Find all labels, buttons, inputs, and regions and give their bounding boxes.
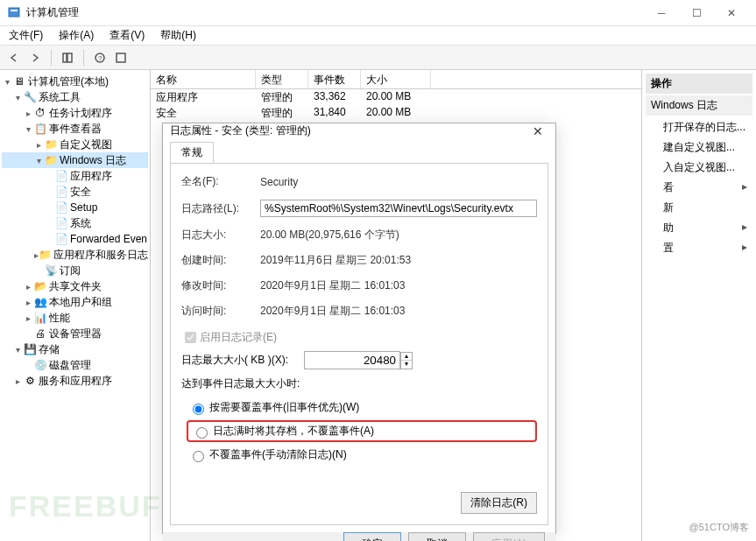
svg-rect-3 xyxy=(67,53,72,62)
label-r3: 不覆盖事件(手动清除日志)(N) xyxy=(209,447,347,462)
folder-icon: 📁 xyxy=(44,153,58,167)
minimize-button[interactable]: ─ xyxy=(644,1,679,25)
actions-panel: 操作 Windows 日志 打开保存的日志... 建自定义视图... 入自定义视… xyxy=(642,70,756,541)
tree-perf[interactable]: 性能 xyxy=(49,311,70,326)
tree-eventviewer[interactable]: 事件查看器 xyxy=(49,122,102,137)
action-create-view[interactable]: 建自定义视图... xyxy=(646,137,752,158)
dialog-close-button[interactable]: ✕ xyxy=(527,124,548,138)
col-name[interactable]: 名称 xyxy=(151,70,256,88)
tree-tasksched[interactable]: 任务计划程序 xyxy=(49,106,112,121)
cancel-button[interactable]: 取消 xyxy=(408,532,466,541)
tree-diskmgr[interactable]: 磁盘管理 xyxy=(49,358,91,373)
tree-forwarded[interactable]: Forwarded Even xyxy=(70,233,147,245)
tree-servapp[interactable]: 服务和应用程序 xyxy=(39,374,112,389)
storage-icon: 💾 xyxy=(23,342,37,356)
menu-help[interactable]: 帮助(H) xyxy=(155,26,201,45)
action-import-view[interactable]: 入自定义视图... xyxy=(646,158,752,178)
input-maxsize[interactable] xyxy=(304,351,400,369)
forward-button[interactable] xyxy=(26,49,44,67)
label-enable: 启用日志记录(E) xyxy=(200,330,277,345)
close-button[interactable]: ✕ xyxy=(714,1,749,25)
tree-winlogs[interactable]: Windows 日志 xyxy=(60,153,126,168)
perf-icon: 📊 xyxy=(33,311,47,325)
log-icon: 📄 xyxy=(54,185,68,199)
help-button[interactable]: ? xyxy=(91,49,109,67)
input-logpath[interactable] xyxy=(260,200,537,217)
ok-button[interactable]: 确定 xyxy=(343,532,401,541)
services-icon: ⚙ xyxy=(23,374,37,388)
label-accessed: 访问时间: xyxy=(181,304,260,319)
watermark-51cto: @51CTO博客 xyxy=(689,521,749,534)
list-row[interactable]: 应用程序 管理的 33,362 20.00 MB xyxy=(151,89,641,105)
folder-icon: 📁 xyxy=(44,137,58,151)
dialog-title: 日志属性 - 安全 (类型: 管理的) xyxy=(170,123,527,138)
svg-rect-0 xyxy=(9,8,19,17)
action-view[interactable]: 看 xyxy=(646,178,752,198)
shared-icon: 📂 xyxy=(33,279,47,293)
show-hide-tree-button[interactable] xyxy=(59,49,76,67)
svg-text:?: ? xyxy=(98,54,102,62)
radio-never-overwrite[interactable] xyxy=(193,451,204,462)
window-title: 计算机管理 xyxy=(26,5,644,20)
menu-view[interactable]: 查看(V) xyxy=(104,26,150,45)
log-icon: 📄 xyxy=(54,232,68,246)
action-open-saved[interactable]: 打开保存的日志... xyxy=(646,117,752,137)
tree-system[interactable]: 系统 xyxy=(70,216,91,231)
subscribe-icon: 📡 xyxy=(44,263,58,278)
spin-down-icon[interactable]: ▾ xyxy=(401,361,412,369)
action-help[interactable]: 助 xyxy=(646,218,752,238)
svg-rect-6 xyxy=(117,53,125,62)
folder-icon: 📁 xyxy=(39,248,52,262)
menu-file[interactable]: 文件(F) xyxy=(4,26,48,45)
tree-shared[interactable]: 共享文件夹 xyxy=(49,279,102,294)
value-modified: 2020年9月1日 星期二 16:01:03 xyxy=(260,278,537,293)
log-icon: 📄 xyxy=(54,200,68,214)
maxsize-spinner[interactable]: ▴▾ xyxy=(400,352,413,369)
log-properties-dialog: 日志属性 - 安全 (类型: 管理的) ✕ 常规 全名(F):Security … xyxy=(162,123,556,534)
back-button[interactable] xyxy=(5,49,23,67)
svg-rect-2 xyxy=(63,53,67,62)
menu-action[interactable]: 操作(A) xyxy=(53,26,99,45)
actions-group: Windows 日志 xyxy=(646,95,752,116)
tree-localusers[interactable]: 本地用户和组 xyxy=(49,295,112,310)
col-size[interactable]: 大小 xyxy=(361,70,431,88)
action-refresh[interactable]: 新 xyxy=(646,198,752,218)
tree-appservices[interactable]: 应用程序和服务日志 xyxy=(53,248,148,263)
tree-customviews[interactable]: 自定义视图 xyxy=(60,137,112,152)
value-fullname: Security xyxy=(260,176,537,188)
value-logsize: 20.00 MB(20,975,616 个字节) xyxy=(260,228,537,242)
toolbar: ? xyxy=(0,46,756,70)
tree-app[interactable]: 应用程序 xyxy=(70,169,112,184)
tab-general[interactable]: 常规 xyxy=(170,142,214,163)
label-r1: 按需要覆盖事件(旧事件优先)(W) xyxy=(209,400,359,415)
apply-button: 应用(A) xyxy=(473,532,545,541)
value-accessed: 2020年9月1日 星期二 16:01:03 xyxy=(260,304,537,319)
label-fullname: 全名(F): xyxy=(181,174,260,189)
tree-setup[interactable]: Setup xyxy=(70,201,97,214)
value-created: 2019年11月6日 星期三 20:01:53 xyxy=(260,253,537,268)
tree-storage[interactable]: 存储 xyxy=(39,342,60,357)
refresh-button[interactable] xyxy=(112,49,130,67)
tree-systools[interactable]: 系统工具 xyxy=(39,90,81,105)
list-row[interactable]: 安全 管理的 31,840 20.00 MB xyxy=(151,105,641,121)
tree-subscribe[interactable]: 订阅 xyxy=(60,263,81,278)
radio-overwrite[interactable] xyxy=(193,404,204,415)
tools-icon: 🔧 xyxy=(23,90,37,104)
tree-devmgr[interactable]: 设备管理器 xyxy=(49,327,102,341)
list-header: 名称 类型 事件数 大小 xyxy=(151,70,641,89)
label-logpath: 日志路径(L): xyxy=(181,201,260,216)
log-icon: 📄 xyxy=(54,216,68,230)
label-logsize: 日志大小: xyxy=(181,228,260,242)
col-type[interactable]: 类型 xyxy=(256,70,308,88)
navigation-tree[interactable]: ▾🖥计算机管理(本地) ▾🔧系统工具 ▸⏱任务计划程序 ▾📋事件查看器 ▸📁自定… xyxy=(0,70,151,541)
tree-root[interactable]: 计算机管理(本地) xyxy=(28,74,109,89)
clear-log-button[interactable]: 清除日志(R) xyxy=(461,492,537,514)
col-count[interactable]: 事件数 xyxy=(308,70,361,88)
radio-archive[interactable] xyxy=(196,427,208,439)
maximize-button[interactable]: ☐ xyxy=(679,1,714,25)
label-whenmax: 达到事件日志最大大小时: xyxy=(181,376,537,391)
tree-security[interactable]: 安全 xyxy=(70,185,91,200)
action-item[interactable]: 置 xyxy=(646,238,752,258)
actions-header: 操作 xyxy=(646,74,752,94)
label-maxsize: 日志最大大小( KB )(X): xyxy=(181,353,304,368)
